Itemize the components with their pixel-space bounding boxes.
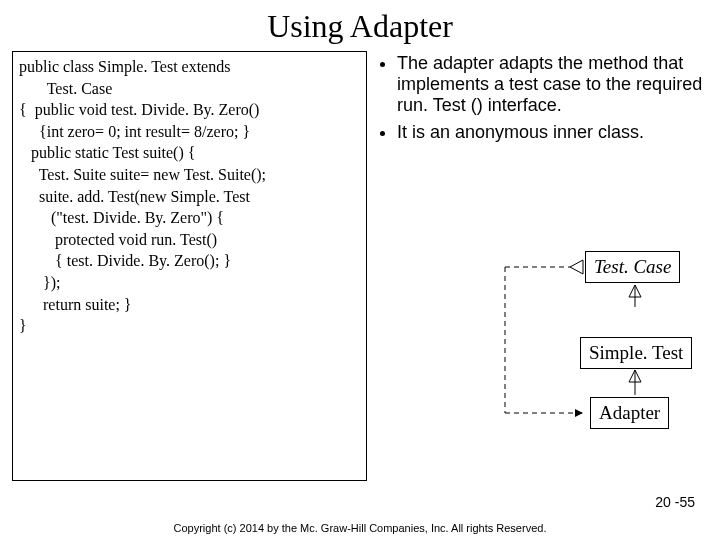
uml-class-adapter: Adapter (590, 397, 669, 429)
bullet-item: The adapter adapts the method that imple… (397, 53, 708, 116)
code-line: }); (19, 272, 360, 294)
page-title: Using Adapter (0, 8, 720, 45)
code-line: public class Simple. Test extends (19, 56, 360, 78)
code-line: ("test. Divide. By. Zero") { (19, 207, 360, 229)
uml-class-simpletest: Simple. Test (580, 337, 692, 369)
code-line: suite. add. Test(new Simple. Test (19, 186, 360, 208)
code-line: { test. Divide. By. Zero(); } (19, 250, 360, 272)
code-line: public static Test suite() { (19, 142, 360, 164)
slide-number: 20 -55 (655, 494, 695, 510)
code-line: {int zero= 0; int result= 8/zero; } (19, 121, 360, 143)
code-line: { public void test. Divide. By. Zero() (19, 99, 360, 121)
code-line: Test. Suite suite= new Test. Suite(); (19, 164, 360, 186)
uml-class-testcase: Test. Case (585, 251, 680, 283)
copyright-text: Copyright (c) 2014 by the Mc. Graw-Hill … (0, 522, 720, 534)
bullet-item: It is an anonymous inner class. (397, 122, 708, 143)
code-line: return suite; } (19, 294, 360, 316)
code-line: protected void run. Test() (19, 229, 360, 251)
code-block: public class Simple. Test extends Test. … (12, 51, 367, 481)
svg-marker-1 (570, 260, 583, 274)
uml-diagram: Test. Case Simple. Test Adapter (435, 245, 695, 480)
code-line: } (19, 315, 360, 337)
svg-marker-8 (575, 409, 583, 417)
code-line: Test. Case (19, 78, 360, 100)
